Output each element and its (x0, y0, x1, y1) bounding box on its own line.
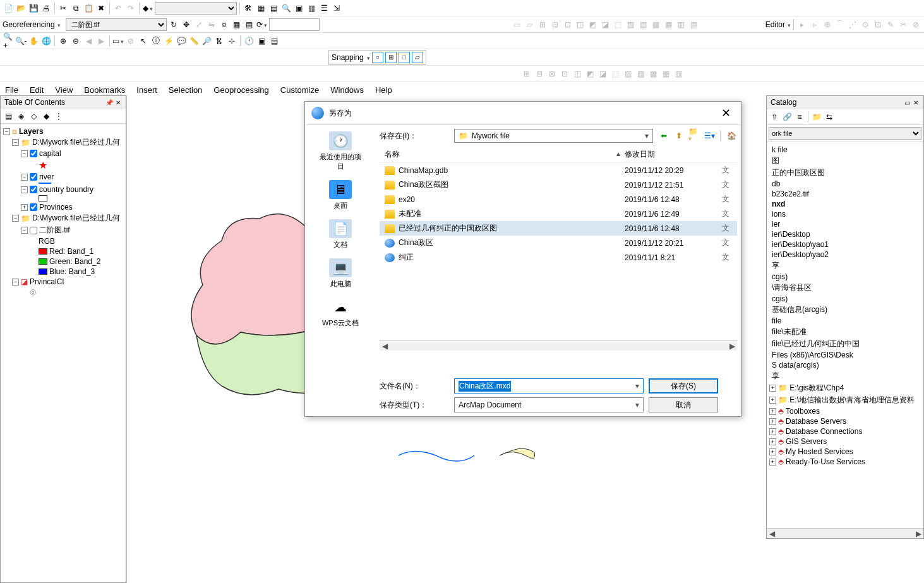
snapping-label[interactable]: Snapping (332, 53, 364, 62)
catalog-item[interactable]: cgis) (769, 294, 921, 304)
catalog-item[interactable]: ier (769, 219, 921, 229)
delete-icon[interactable]: ✖ (96, 3, 106, 13)
collapse-icon[interactable]: − (21, 150, 28, 157)
adv5-icon[interactable]: ◫ (572, 69, 582, 79)
expand-icon[interactable]: + (769, 448, 776, 455)
menu-bookmarks[interactable]: Bookmarks (84, 85, 125, 95)
layer-raster[interactable]: 二阶图.tif (39, 225, 70, 236)
layers-root[interactable]: Layers (19, 127, 44, 136)
catalog-item[interactable]: S data(arcgis) (769, 360, 921, 370)
catalog-item[interactable]: db (769, 179, 921, 189)
expand-icon[interactable]: + (769, 408, 776, 415)
link-table-icon[interactable]: ▤ (244, 20, 255, 30)
menu-geoprocessing[interactable]: Geoprocessing (213, 85, 268, 95)
file-list[interactable]: 名称 ▴ 修改日期 ChinaMap.gdb2019/11/12 20:29文C… (380, 147, 737, 370)
zoom-out-icon[interactable]: 🔍- (16, 36, 26, 46)
forward-extent-icon[interactable]: ▶ (96, 36, 106, 46)
catalog-tree[interactable]: k file图正的中国政区图dbb23c2e2.tifnxdionsierier… (767, 142, 923, 528)
save-button[interactable]: 保存(S) (649, 378, 718, 394)
capital-checkbox[interactable] (30, 150, 37, 157)
time-slider-icon[interactable]: 🕐 (244, 36, 254, 46)
edit-annotation-icon[interactable]: ▹ (810, 20, 820, 30)
edit-tool-icon[interactable]: ▸ (797, 20, 807, 30)
topo10-icon[interactable]: ▨ (626, 20, 636, 30)
catalog-item[interactable]: file\已经过几何纠正的中国 (769, 338, 921, 350)
list-by-selection-icon[interactable]: ◆ (41, 111, 51, 121)
save-icon[interactable]: 💾 (28, 3, 39, 13)
catalog-service[interactable]: + ⬘ Ready-To-Use Services (769, 457, 921, 467)
menu-edit[interactable]: Edit (30, 85, 44, 95)
scale-select[interactable] (155, 2, 237, 15)
topo9-icon[interactable]: ⬚ (613, 20, 623, 30)
file-row[interactable]: China政区截图2019/11/12 21:51文 (380, 177, 737, 192)
collapse-icon[interactable]: − (21, 227, 28, 234)
share-icon[interactable]: ⇲ (332, 3, 342, 13)
paste-icon[interactable]: 📋 (83, 3, 93, 13)
file-row[interactable]: ChinaMap.gdb2019/11/12 20:29文 (380, 163, 737, 177)
back-icon[interactable]: ⬅ (658, 130, 669, 141)
hyperlink-icon[interactable]: ⚡ (164, 36, 174, 46)
topo15-icon[interactable]: ▤ (689, 20, 699, 30)
catalog-window-icon[interactable]: ▤ (268, 3, 279, 13)
rotate-icon[interactable]: ↻ (169, 20, 179, 30)
cancel-button[interactable]: 取消 (649, 397, 718, 412)
editor-toolbar-icon[interactable]: 🛠 (243, 3, 253, 13)
topo7-icon[interactable]: ◩ (588, 20, 598, 30)
cat-icon2[interactable]: ⇆ (824, 112, 834, 122)
topo11-icon[interactable]: ▧ (639, 20, 649, 30)
menu-customize[interactable]: Customize (280, 85, 319, 95)
transformation-icon[interactable]: ⟳ (257, 20, 267, 30)
file-list-hscroll[interactable]: ◀▶ (380, 340, 737, 351)
point-icon[interactable]: ⊙ (860, 20, 870, 30)
file-row[interactable]: ex202019/11/6 12:48文 (380, 192, 737, 207)
up-icon[interactable]: ⬆ (673, 130, 685, 141)
catalog-item[interactable]: 图 (769, 155, 921, 167)
menu-insert[interactable]: Insert (136, 85, 157, 95)
menu-selection[interactable]: Selection (169, 85, 202, 95)
layer-river[interactable]: river (39, 172, 54, 181)
collapse-icon[interactable]: − (12, 139, 19, 146)
catalog-item[interactable]: file (769, 316, 921, 326)
adv12-icon[interactable]: ▦ (661, 69, 671, 79)
catalog-service[interactable]: + ⬘ Toolboxes (769, 406, 921, 416)
expand-icon[interactable]: + (769, 418, 776, 425)
scale-icon[interactable]: ⤢ (194, 20, 204, 30)
close-icon[interactable]: ✕ (912, 99, 920, 106)
save-in-select[interactable]: 📁 Mywork file (454, 129, 653, 143)
collapse-icon[interactable]: − (21, 174, 28, 181)
find-route-icon[interactable]: ⛕ (214, 36, 224, 46)
expand-icon[interactable]: + (769, 459, 776, 466)
collapse-icon[interactable]: − (21, 186, 28, 193)
adv6-icon[interactable]: ◩ (585, 69, 595, 79)
toc-tree[interactable]: − ⧈ Layers − 📁 D:\Mywork file\已经过几何 − ca… (1, 124, 126, 582)
catalog-item[interactable]: file\未配准 (769, 326, 921, 338)
topo8-icon[interactable]: ◪ (601, 20, 611, 30)
select-elements-icon[interactable]: ↖ (138, 36, 148, 46)
adv3-icon[interactable]: ⊠ (547, 69, 557, 79)
filetype-select[interactable]: ArcMap Document (454, 397, 644, 412)
expand-icon[interactable]: + (21, 204, 28, 211)
modelbuilder-icon[interactable]: ▥ (306, 3, 316, 13)
menu-help[interactable]: Help (375, 85, 392, 95)
header-date[interactable]: 修改日期 (625, 149, 719, 160)
snap-point-icon[interactable]: ○ (372, 52, 383, 63)
georef-layer-select[interactable]: 二阶图.tif (66, 18, 167, 31)
copy-icon[interactable]: ⧉ (71, 3, 81, 13)
cat-icon1[interactable]: 📁 (812, 112, 822, 122)
collapse-icon[interactable]: − (12, 215, 19, 222)
place-item[interactable]: 💻此电脑 (315, 256, 366, 291)
html-popup-icon[interactable]: 💬 (176, 36, 186, 46)
home-icon[interactable]: 🏠 (726, 130, 737, 141)
add-control-points-icon[interactable]: ¤ (219, 20, 229, 30)
layer-capital[interactable]: capital (39, 149, 61, 158)
topo5-icon[interactable]: ⊡ (563, 20, 573, 30)
topo14-icon[interactable]: ▥ (676, 20, 687, 30)
adv7-icon[interactable]: ◪ (597, 69, 608, 79)
menu-file[interactable]: File (5, 85, 18, 95)
catalog-item[interactable]: 基础信息(arcgis) (769, 304, 921, 316)
place-item[interactable]: 🖥桌面 (315, 177, 366, 213)
menu-windows[interactable]: Windows (330, 85, 364, 95)
topo6-icon[interactable]: ◫ (575, 20, 585, 30)
georef-value-input[interactable] (269, 18, 320, 31)
snap-vertex-icon[interactable]: □ (399, 52, 410, 63)
